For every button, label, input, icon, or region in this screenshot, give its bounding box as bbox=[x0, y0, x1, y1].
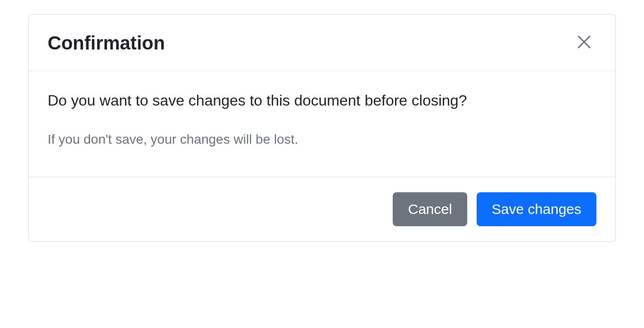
confirmation-dialog: Confirmation Do you want to save changes… bbox=[28, 14, 616, 242]
dialog-header: Confirmation bbox=[29, 15, 615, 71]
dialog-title: Confirmation bbox=[48, 32, 165, 54]
close-icon bbox=[576, 33, 593, 52]
dialog-body: Do you want to save changes to this docu… bbox=[29, 71, 615, 177]
close-button[interactable] bbox=[572, 30, 596, 56]
dialog-message-secondary: If you don't save, your changes will be … bbox=[48, 130, 596, 148]
dialog-message-primary: Do you want to save changes to this docu… bbox=[48, 90, 596, 111]
cancel-button[interactable]: Cancel bbox=[393, 192, 467, 226]
dialog-footer: Cancel Save changes bbox=[29, 177, 615, 241]
save-button[interactable]: Save changes bbox=[477, 192, 596, 226]
